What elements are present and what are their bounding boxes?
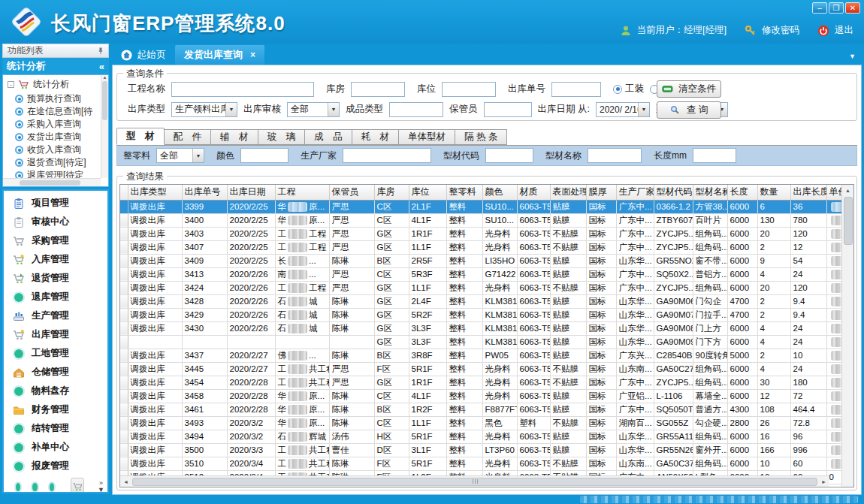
sidebar-module-退库管理[interactable]: 退库管理 xyxy=(4,288,107,306)
tree-vertical-scrollbar[interactable]: ▲ xyxy=(101,75,108,178)
material-tab-7[interactable]: 单体型材 xyxy=(399,129,455,145)
material-tab-2[interactable]: 配 件 xyxy=(165,129,212,145)
table-row[interactable]: 调拨出库34302020/2/26石城陈琳G区3L3F整料KLM38176063… xyxy=(120,321,841,335)
tab-home[interactable]: 起始页 xyxy=(112,45,175,65)
column-header-库房[interactable]: 库房 xyxy=(374,185,409,200)
footer-cart-button[interactable] xyxy=(71,478,84,493)
tree-item-预算执行查询[interactable]: 预算执行查询 xyxy=(3,92,108,105)
radio-workwear[interactable]: 工装 xyxy=(613,83,644,95)
warehouse-input[interactable] xyxy=(351,82,405,97)
column-header-出库单号[interactable]: 出库单号 xyxy=(182,185,227,200)
statistics-section-header[interactable]: 统计分析 « xyxy=(2,58,109,74)
sidebar-module-生产管理[interactable]: 生产管理 xyxy=(4,306,107,325)
collapse-icon[interactable]: « xyxy=(99,61,104,72)
material-tab-8[interactable]: 隔 热 条 xyxy=(455,129,507,145)
tree-horizontal-scrollbar[interactable] xyxy=(3,178,101,186)
tree-item-收货入库查询[interactable]: 收货入库查询 xyxy=(3,143,108,156)
chevron-down-icon[interactable]: ▼ xyxy=(225,103,237,116)
search-button[interactable]: 查 询 xyxy=(657,101,721,119)
material-tab-3[interactable]: 辅 材 xyxy=(211,129,258,145)
tree-item-采购入库查询[interactable]: 采购入库查询 xyxy=(3,118,108,131)
column-header-数量[interactable]: 数量 xyxy=(757,185,790,200)
column-header-长度[interactable]: 长度 xyxy=(727,185,757,200)
scroll-up-icon[interactable]: ▲ xyxy=(845,185,850,196)
column-header-生产厂家[interactable]: 生产厂家 xyxy=(616,185,654,200)
table-row[interactable]: 调拨出库34032020/2/25工工程严思G区1R1F整料光身料6063-T5… xyxy=(120,227,841,240)
profile-code-input[interactable] xyxy=(485,148,533,163)
table-row[interactable]: 调拨出库34542020/2/28工共工程严思G区1R1F整料光身料6063-T… xyxy=(120,376,841,389)
column-header-库位[interactable]: 库位 xyxy=(409,185,446,200)
clear-conditions-button[interactable]: 清空条件 xyxy=(657,80,721,98)
sidebar-module-报废管理[interactable]: 报废管理 xyxy=(4,457,107,475)
column-header-出库类型[interactable]: 出库类型 xyxy=(128,185,182,200)
table-row[interactable]: 调拨出库34942020/3/2石辉城汤伟H区5R1F整料光身料6063-T5贴… xyxy=(120,430,841,443)
project-name-input[interactable] xyxy=(171,82,314,97)
location-input[interactable] xyxy=(442,82,496,97)
outbound-type-select[interactable]: 生产领料出库 ▼ xyxy=(171,102,237,117)
module-dot-icon[interactable] xyxy=(50,483,54,491)
grid-vertical-scrollbar[interactable]: ▲ xyxy=(841,185,853,487)
manufacturer-input[interactable] xyxy=(343,148,431,163)
column-header-型材代码[interactable]: 型材代码 xyxy=(654,185,693,200)
sidebar-module-退货管理[interactable]: 退货管理 xyxy=(4,269,107,288)
maximize-button[interactable]: ❐ xyxy=(829,2,844,14)
close-button[interactable]: ✕ xyxy=(845,2,860,14)
profile-name-input[interactable] xyxy=(588,148,642,163)
pin-icon[interactable] xyxy=(96,47,105,56)
table-row[interactable]: 调拨出库34092020/2/25长...陈琳B区2R5F整料LI35HO606… xyxy=(120,254,841,267)
date-from-select[interactable]: 2020/ 2/16 ▼ xyxy=(596,102,650,117)
product-type-input[interactable] xyxy=(389,102,443,117)
table-row[interactable]: 调拨出库33992020/2/25华原...严思C区2L1F整料SU10...6… xyxy=(120,200,841,213)
column-header-整零料[interactable]: 整零料 xyxy=(446,185,482,200)
grid-horizontal-scrollbar[interactable]: ◄ ► xyxy=(120,475,829,487)
color-input[interactable] xyxy=(240,148,289,163)
table-row[interactable]: 调拨出库34242020/2/26工工程严思G区1L1F整料光身料6063-T5… xyxy=(120,281,841,294)
tree-expander-icon[interactable]: - xyxy=(8,81,14,88)
column-header-工程[interactable]: 工程 xyxy=(275,185,329,200)
outbound-audit-select[interactable]: 全部 ▼ xyxy=(287,102,340,117)
chevron-down-icon[interactable]: ▼ xyxy=(638,103,649,116)
table-row[interactable]: G区3L3F整料KLM38176063-T5贴膜国标山东华...GA90M09.… xyxy=(120,335,841,349)
logout-button[interactable]: 退出 xyxy=(835,24,853,37)
table-row[interactable]: 调拨出库34132020/2/26南...严思C区5R3F整料G71422606… xyxy=(120,267,841,281)
column-header-表面处理[interactable]: 表面处理 xyxy=(550,185,586,200)
tab-close-icon[interactable]: × xyxy=(250,50,255,60)
sidebar-module-仓储管理[interactable]: 仓储管理 xyxy=(4,363,107,382)
sidebar-module-财务管理[interactable]: 财务管理 xyxy=(4,400,107,419)
sidebar-module-项目管理[interactable]: 项目管理 xyxy=(4,194,107,213)
table-row[interactable]: 调拨出库34932020/3/2华原...陈琳C区1L1F整料黑色塑料不贴膜国标… xyxy=(120,416,841,430)
table-row[interactable]: 调拨出库34002020/2/25华原...严思C区4L1F整料SU10...6… xyxy=(120,213,841,227)
table-row[interactable]: 调拨出库34612020/2/28华原...陈琳B区1R2F整料F8877FT6… xyxy=(120,403,841,416)
column-header-单价[interactable]: 单价 xyxy=(826,185,841,200)
scroll-right-icon[interactable]: ► xyxy=(818,479,829,484)
sidebar-module-入库管理[interactable]: 入库管理 xyxy=(4,250,107,269)
tab-shipping-outbound-query[interactable]: 发货出库查询 × xyxy=(175,45,264,65)
table-row[interactable]: 调拨出库35102020/3/4工共工程陈琳F区5R1F整料光身料6063-T5… xyxy=(120,457,841,470)
sidebar-module-审核中心[interactable]: 审核中心 xyxy=(4,213,107,231)
column-header-型材名称[interactable]: 型材名称 xyxy=(693,185,727,200)
column-header-膜厚[interactable]: 膜厚 xyxy=(586,185,616,200)
chevron-down-icon[interactable]: ▼ xyxy=(328,103,339,116)
outbound-no-input[interactable] xyxy=(551,82,601,97)
material-tab-4[interactable]: 玻 璃 xyxy=(258,129,306,145)
table-row[interactable]: 调拨出库35002020/3/3工共工程曹佳D区3L1F整料LT3P606063… xyxy=(120,443,841,457)
column-header-颜色[interactable]: 颜色 xyxy=(482,185,517,200)
sidebar-module-物料盘存[interactable]: 物料盘存 xyxy=(4,382,107,400)
tree-item-在途信息查询[待[interactable]: 在途信息查询[待 xyxy=(3,105,108,118)
material-tab-1[interactable]: 型 材 xyxy=(116,128,165,145)
whole-piece-select[interactable]: 全部 ▼ xyxy=(156,148,204,163)
module-dot-icon[interactable] xyxy=(16,483,20,491)
scroll-left-icon[interactable]: ◄ xyxy=(120,479,131,484)
column-header-材质[interactable]: 材质 xyxy=(517,185,550,200)
footer-more-button[interactable]: »▼ xyxy=(98,480,104,493)
sidebar-module-出库管理[interactable]: 出库管理 xyxy=(4,325,107,344)
table-row[interactable]: 调拨出库34582020/2/28华原...陈琳C区4L1F整料光身料6063-… xyxy=(120,389,841,403)
table-row[interactable]: 调拨出库34372020/2/27佛...陈琳B区3R8F整料PW056063-… xyxy=(120,349,841,362)
minimize-button[interactable]: – xyxy=(812,2,827,14)
column-header-出库日期[interactable]: 出库日期 xyxy=(227,185,275,200)
sidebar-module-结转管理[interactable]: 结转管理 xyxy=(4,419,107,438)
sidebar-module-补单中心[interactable]: 补单中心 xyxy=(4,438,107,457)
module-dot-icon[interactable] xyxy=(32,483,37,491)
sidebar-module-工地管理[interactable]: 工地管理 xyxy=(4,344,107,363)
table-row[interactable]: 调拨出库34292020/2/26石城陈琳G区5R2F整料KLM38176063… xyxy=(120,308,841,321)
